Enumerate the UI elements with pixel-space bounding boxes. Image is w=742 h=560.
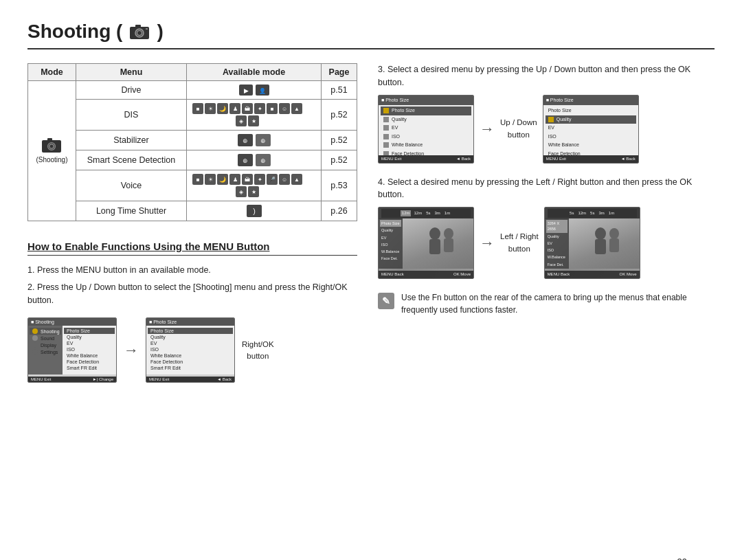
svg-point-7	[49, 144, 54, 148]
smart-icon1: ⊕	[238, 154, 253, 166]
menu-item: Photo Size	[64, 328, 115, 334]
step4-text: 4. Select a desired menu by pressing the…	[378, 176, 715, 202]
svg-point-37	[609, 228, 619, 239]
voice-icon: ★	[248, 186, 259, 197]
dis-icon: ▲	[291, 103, 302, 114]
icons-long-shutter: )	[187, 201, 322, 221]
menu-item: ISO	[148, 346, 233, 352]
svg-text:⊕: ⊕	[243, 157, 248, 164]
menu-item: White Balance	[381, 141, 471, 150]
voice-icon: ☀	[205, 174, 216, 185]
page-title: Shooting ( )	[27, 21, 715, 49]
voice-icon: ◈	[236, 186, 247, 197]
menu-item: Quality	[148, 334, 233, 340]
svg-text:👤: 👤	[259, 87, 266, 94]
screen-footer: MENU Exit►| Change	[28, 377, 116, 382]
dis-icon: ♟	[229, 103, 240, 114]
step4-screens: 12m 12m 5s 3m 1m Photo Size Quality EV	[378, 207, 715, 279]
step-1: 1. Press the MENU button in an available…	[27, 264, 357, 277]
menu-item: Photo Size	[546, 107, 636, 115]
svg-text:▶: ▶	[243, 87, 248, 94]
step3-screen-right: ■ Photo Size Photo Size Quality EV ISO W…	[543, 95, 639, 164]
dis-icon: 🏔	[242, 103, 253, 114]
dis-icon: ☀	[205, 103, 216, 114]
voice-icon: 🌙	[217, 174, 228, 185]
screen-main-left: ■ Shooting Shooting Sound Display Settin…	[27, 317, 117, 383]
svg-rect-23	[383, 108, 389, 113]
screen-header: 12m 12m 5s 3m 1m	[379, 208, 473, 219]
step-2: 2. Press the Up / Down button to select …	[27, 281, 357, 307]
voice-icon: ▲	[291, 174, 302, 185]
icons-dis: ■ ☀ 🌙 ♟ 🏔 ✦ ■ ☺ ▲ ◈ ★	[187, 100, 322, 131]
icons-voice: ■ ☀ 🌙 ♟ 🏔 ✦ 🎤 ☺ ▲ ◈ ★	[187, 170, 322, 201]
menu-item: Face Detection	[148, 359, 233, 365]
people-silhouette	[580, 223, 628, 265]
menu-item: EV	[148, 340, 233, 346]
screen-header: ■ Photo Size	[379, 96, 473, 106]
menu-icon	[548, 117, 554, 122]
dis-icon: ■	[192, 103, 203, 114]
col-mode: Mode	[28, 64, 76, 81]
people-silhouette	[414, 223, 462, 265]
shutter-icon: )	[247, 205, 262, 217]
title-paren-close: )	[157, 21, 163, 43]
menu-item: ISO	[381, 133, 471, 142]
menu-item: Display	[30, 341, 61, 348]
col-available: Available mode	[187, 64, 322, 81]
step3-text: 3. Select a desired menu by pressing the…	[378, 63, 715, 89]
stab-icon1: ⊕	[238, 134, 253, 146]
screen-footer: MENU BackOK Move	[379, 271, 473, 278]
voice-icon: ■	[192, 174, 203, 185]
smart-icon2: ⊕	[256, 154, 271, 166]
icons-stabilizer: ⊕ ⊕	[187, 131, 322, 150]
screen-header: 5s 12m 5s 3m 1m	[545, 208, 640, 219]
dis-icon: ★	[248, 115, 259, 126]
dis-icon: ◈	[236, 115, 247, 126]
svg-text:✎: ✎	[382, 295, 390, 306]
screen-footer: MENU Exit◄ Back	[379, 155, 473, 163]
menu-icon	[383, 117, 389, 122]
table-row: (Shooting) Drive ▶ 👤 p.51	[28, 81, 357, 100]
menu-dis: DIS	[76, 100, 186, 131]
page-voice: p.53	[322, 170, 357, 201]
steps-list: 1. Press the MENU button in an available…	[27, 264, 357, 306]
step4-screen-left: 12m 12m 5s 3m 1m Photo Size Quality EV	[378, 207, 474, 279]
voice-icon: ☺	[279, 174, 290, 185]
menu-long-shutter: Long Time Shutter	[76, 201, 186, 221]
voice-icon: ✦	[254, 174, 265, 185]
screen-footer: MENU Exit◄ Back	[543, 155, 638, 163]
svg-text:⊕: ⊕	[260, 157, 266, 164]
svg-rect-30	[548, 117, 554, 122]
table-row: Stabilizer ⊕ ⊕ p.52	[28, 131, 357, 150]
icons-drive: ▶ 👤	[187, 81, 322, 100]
svg-rect-3	[135, 25, 141, 27]
col-page: Page	[322, 64, 357, 81]
svg-rect-24	[383, 117, 389, 122]
menu-icon	[383, 142, 389, 148]
menu-icon	[383, 134, 389, 139]
camera-icon	[129, 23, 150, 40]
menu-item: ISO	[64, 346, 115, 352]
tip-icon: ✎	[378, 293, 394, 309]
voice-icon: ♟	[229, 174, 240, 185]
menu-item: White Balance	[148, 352, 233, 359]
svg-text:⊕: ⊕	[260, 137, 266, 144]
menu-voice: Voice	[76, 170, 186, 201]
svg-rect-8	[47, 138, 52, 141]
svg-point-2	[137, 31, 142, 36]
tip-box: ✎ Use the Fn button on the rear of the c…	[378, 291, 715, 316]
menu-item: Sound	[30, 335, 61, 341]
tip-text: Use the Fn button on the rear of the cam…	[401, 291, 715, 316]
svg-rect-38	[609, 238, 619, 252]
svg-rect-26	[383, 134, 389, 139]
icons-smart-scene: ⊕ ⊕	[187, 150, 322, 170]
up-down-label: Up / Downbutton	[500, 117, 537, 141]
section-heading: How to Enable Functions Using the MENU B…	[27, 240, 357, 256]
dis-icon: 🌙	[217, 103, 228, 114]
page-number: 39	[677, 557, 687, 560]
dis-icon: ☺	[279, 103, 290, 114]
title-text: Shooting (	[27, 21, 122, 43]
menu-item: White Balance	[546, 141, 636, 150]
dis-icon: ✦	[254, 103, 265, 114]
table-row: Voice ■ ☀ 🌙 ♟ 🏔 ✦ 🎤 ☺ ▲	[28, 170, 357, 201]
